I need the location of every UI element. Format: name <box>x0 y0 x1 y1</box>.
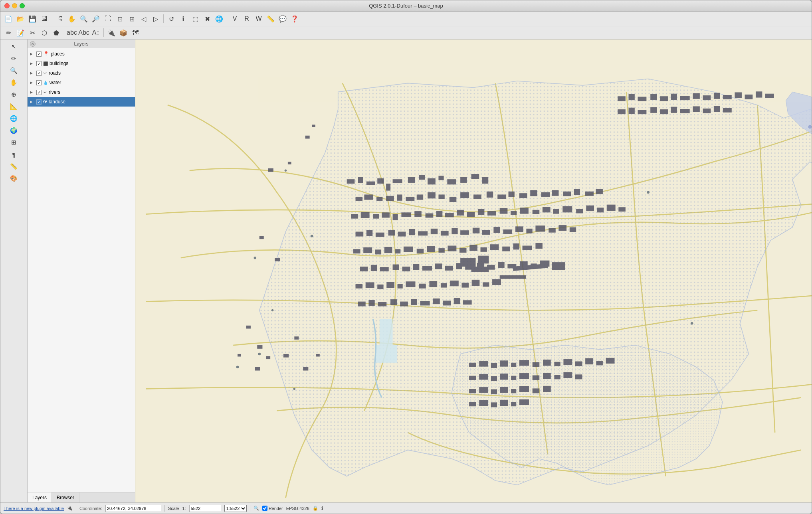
add-raster-button[interactable]: R <box>241 13 252 24</box>
lock-icon[interactable]: 🔒 <box>313 506 318 511</box>
label-3[interactable]: A↕ <box>90 27 101 38</box>
layers-close-button[interactable]: ✕ <box>30 41 36 47</box>
zoom-out-button[interactable]: 🔎 <box>90 13 101 24</box>
print-button[interactable]: 🖨 <box>54 13 65 24</box>
layer-item-landuse[interactable]: ▶ ✓ 🗺 landuse <box>28 97 135 107</box>
checkbox-places[interactable]: ✓ <box>36 51 42 57</box>
maximize-button[interactable] <box>20 3 25 8</box>
save-as-button[interactable]: 🖫 <box>39 13 50 24</box>
svg-rect-196 <box>511 363 516 367</box>
expand-roads[interactable]: ▶ <box>30 71 35 75</box>
svg-rect-162 <box>257 345 262 349</box>
tool-edit[interactable]: 📐 <box>6 101 22 112</box>
icon-roads: 〰 <box>43 71 47 75</box>
layer-item-water[interactable]: ▶ ✓ 💧 water <box>28 78 135 87</box>
layer-item-places[interactable]: ▶ ✓ 📍 places <box>28 49 135 59</box>
checkbox-buildings[interactable]: ✓ <box>36 61 42 66</box>
digitize-3[interactable]: ✂ <box>27 27 38 38</box>
plugin-3[interactable]: 🗺 <box>130 27 141 38</box>
zoom-selection-button[interactable]: ⊞ <box>126 13 137 24</box>
deselect-button[interactable]: ✖ <box>202 13 213 24</box>
layer-item-roads[interactable]: ▶ ✓ 〰 roads <box>28 68 135 78</box>
tool-digitize[interactable]: ✏ <box>6 53 22 64</box>
coordinate-input[interactable] <box>105 505 161 512</box>
plugin-notice[interactable]: There is a new plugin available <box>4 506 64 511</box>
tool-identify[interactable]: 🔍 <box>6 65 22 76</box>
zoom-next-button[interactable]: ▷ <box>150 13 161 24</box>
layers-footer: Layers Browser <box>28 492 135 502</box>
expand-buildings[interactable]: ▶ <box>30 61 35 65</box>
scale-input[interactable] <box>189 505 221 512</box>
pan-button[interactable]: ✋ <box>66 13 77 24</box>
layer-item-buildings[interactable]: ▶ ✓ ⬛ buildings <box>28 59 135 68</box>
render-checkbox-group[interactable]: Render <box>262 506 283 511</box>
identify-button[interactable]: ℹ <box>178 13 189 24</box>
svg-rect-213 <box>543 373 551 379</box>
tool-measure[interactable]: 📏 <box>6 161 22 172</box>
svg-rect-168 <box>638 97 646 101</box>
refresh-button[interactable]: ↺ <box>166 13 177 24</box>
add-wms-button[interactable]: 🌐 <box>214 13 225 24</box>
select-button[interactable]: ⬚ <box>190 13 201 24</box>
tab-browser[interactable]: Browser <box>52 492 79 502</box>
svg-rect-62 <box>553 209 559 214</box>
checkbox-landuse[interactable]: ✓ <box>36 99 42 105</box>
svg-rect-222 <box>519 386 529 392</box>
zoom-layer-button[interactable]: ⊡ <box>114 13 125 24</box>
info-icon[interactable]: ℹ <box>321 506 323 511</box>
tool-attr[interactable]: ⊞ <box>6 137 22 148</box>
zoom-last-button[interactable]: ◁ <box>138 13 149 24</box>
close-button[interactable] <box>4 3 10 8</box>
tool-pan[interactable]: ✋ <box>6 77 22 88</box>
new-project-button[interactable]: 📄 <box>3 13 14 24</box>
label-2[interactable]: Abc <box>78 27 89 38</box>
expand-water[interactable]: ▶ <box>30 81 35 85</box>
svg-rect-103 <box>490 244 499 250</box>
digitize-4[interactable]: ⬡ <box>39 27 50 38</box>
render-checkbox[interactable] <box>262 506 267 511</box>
digitize-2[interactable]: 📝 <box>15 27 26 38</box>
expand-landuse[interactable]: ▶ <box>30 100 35 104</box>
svg-rect-201 <box>563 359 572 365</box>
digitize-1[interactable]: ✏ <box>3 27 14 38</box>
plugin-1[interactable]: 🔌 <box>106 27 117 38</box>
layer-item-rivers[interactable]: ▶ ✓ 〰 rivers <box>28 87 135 97</box>
map-tips-button[interactable]: 💬 <box>277 13 288 24</box>
measure-button[interactable]: 📏 <box>265 13 276 24</box>
svg-rect-232 <box>478 256 489 264</box>
name-buildings: buildings <box>50 61 133 66</box>
svg-point-246 <box>808 125 812 128</box>
checkbox-rivers[interactable]: ✓ <box>36 90 42 95</box>
zoom-in-button[interactable]: 🔍 <box>78 13 89 24</box>
tool-globe[interactable]: 🌐 <box>6 113 22 124</box>
save-project-button[interactable]: 💾 <box>27 13 38 24</box>
map-canvas[interactable] <box>135 40 812 502</box>
svg-rect-101 <box>469 245 477 251</box>
svg-rect-36 <box>530 190 537 196</box>
svg-rect-11 <box>393 179 402 183</box>
minimize-button[interactable] <box>12 3 17 8</box>
checkbox-water[interactable]: ✓ <box>36 80 42 85</box>
label-1[interactable]: abc <box>66 27 77 38</box>
tab-layers[interactable]: Layers <box>28 492 52 502</box>
plugin-2[interactable]: 📦 <box>118 27 129 38</box>
tool-search[interactable]: ¶ <box>6 149 22 160</box>
svg-rect-228 <box>500 400 508 406</box>
add-vector-button[interactable]: V <box>229 13 240 24</box>
expand-rivers[interactable]: ▶ <box>30 90 35 94</box>
help-button[interactable]: ❓ <box>289 13 300 24</box>
tool-zoom[interactable]: ⊕ <box>6 89 22 100</box>
icon-places: 📍 <box>43 51 49 57</box>
expand-places[interactable]: ▶ <box>30 52 35 56</box>
tool-style[interactable]: 🎨 <box>6 173 22 184</box>
open-project-button[interactable]: 📂 <box>15 13 26 24</box>
scale-select[interactable]: 1:5522 <box>224 505 247 512</box>
tool-globe2[interactable]: 🌍 <box>6 125 22 136</box>
zoom-full-button[interactable]: ⛶ <box>102 13 113 24</box>
svg-rect-26 <box>417 194 423 200</box>
tool-select[interactable]: ↖ <box>6 41 22 52</box>
digitize-5[interactable]: ⬟ <box>51 27 62 38</box>
svg-rect-231 <box>460 258 475 267</box>
add-wfs-button[interactable]: W <box>253 13 264 24</box>
checkbox-roads[interactable]: ✓ <box>36 71 42 76</box>
